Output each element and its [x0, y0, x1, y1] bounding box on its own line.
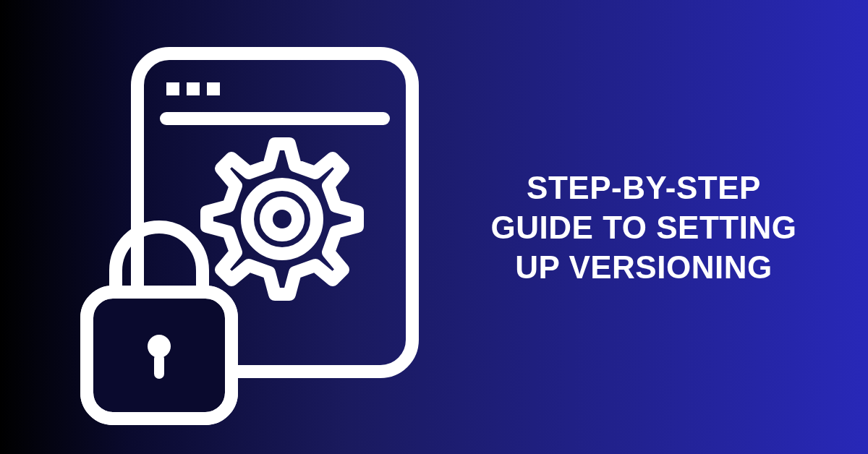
- svg-rect-1: [166, 82, 179, 95]
- illustration-svg: [43, 25, 448, 429]
- page-title: STEP-BY-STEP GUIDE TO SETTING UP VERSION…: [477, 168, 810, 287]
- gear-icon: [207, 144, 357, 294]
- headline-area: STEP-BY-STEP GUIDE TO SETTING UP VERSION…: [448, 168, 868, 287]
- svg-point-5: [247, 184, 317, 254]
- svg-rect-2: [187, 82, 200, 95]
- svg-rect-3: [207, 82, 220, 95]
- lock-icon: [87, 227, 231, 419]
- hero-illustration: [43, 25, 448, 429]
- svg-rect-10: [154, 354, 164, 379]
- svg-point-6: [266, 203, 298, 235]
